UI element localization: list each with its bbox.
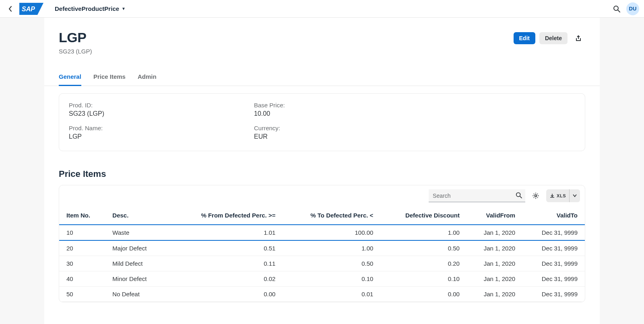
gear-icon — [532, 192, 539, 199]
table-cell: 0.51 — [167, 240, 280, 256]
table-cell: Jan 1, 2020 — [464, 240, 520, 256]
table-cell: 0.00 — [167, 287, 280, 302]
prod-name-value: LGP — [69, 133, 222, 140]
prod-id-value: SG23 (LGP) — [69, 110, 222, 117]
tab-bar: General Price Items Admin — [44, 69, 600, 86]
app-title-selector[interactable]: DefectiveProductPrice ▼ — [55, 5, 126, 12]
table-cell: Dec 31, 9999 — [520, 240, 585, 256]
export-more-button[interactable] — [570, 189, 580, 202]
table-cell: 1.00 — [280, 240, 378, 256]
table-cell: Jan 1, 2020 — [464, 225, 520, 240]
currency-value: EUR — [254, 133, 407, 140]
price-items-title: Price Items — [44, 151, 600, 185]
base-price-value: 10.00 — [254, 110, 407, 117]
table-cell: 0.10 — [280, 271, 378, 287]
table-cell: 50 — [59, 287, 107, 302]
share-icon — [575, 35, 582, 42]
search-icon — [516, 192, 522, 200]
table-row[interactable]: 20Major Defect0.511.000.50Jan 1, 2020Dec… — [59, 240, 585, 256]
export-split-button: XLS — [546, 189, 580, 202]
table-cell: 100.00 — [280, 225, 378, 240]
delete-button[interactable]: Delete — [539, 32, 568, 44]
svg-text:SAP: SAP — [22, 6, 35, 12]
col-valid-to[interactable]: ValidTo — [520, 206, 585, 225]
table-cell: 0.01 — [280, 287, 378, 302]
svg-line-6 — [520, 196, 522, 198]
edit-button[interactable]: Edit — [514, 32, 535, 44]
table-cell: Dec 31, 9999 — [520, 287, 585, 302]
table-cell: 0.50 — [280, 256, 378, 271]
table-cell: 40 — [59, 271, 107, 287]
col-from-perc[interactable]: % From Defected Perc. >= — [167, 206, 280, 225]
table-cell: 0.10 — [378, 271, 464, 287]
svg-line-3 — [618, 10, 620, 12]
table-cell: Dec 31, 9999 — [520, 271, 585, 287]
table-header-row: Item No. Desc. % From Defected Perc. >= … — [59, 206, 585, 225]
back-button[interactable] — [5, 3, 16, 14]
avatar[interactable]: DU — [626, 2, 639, 15]
table-cell: 1.00 — [378, 225, 464, 240]
shell-header: SAP DefectiveProductPrice ▼ DU — [0, 0, 644, 18]
general-facets: Prod. ID: SG23 (LGP) Prod. Name: LGP Bas… — [59, 93, 585, 151]
page-title: LGP — [59, 30, 514, 45]
table-cell: 1.01 — [167, 225, 280, 240]
table-cell: Jan 1, 2020 — [464, 287, 520, 302]
table-cell: 0.02 — [167, 271, 280, 287]
page: LGP SG23 (LGP) Edit Delete General Price… — [44, 18, 600, 324]
sap-logo: SAP — [19, 3, 43, 15]
table-cell: No Defeat — [107, 287, 167, 302]
price-items-table: Item No. Desc. % From Defected Perc. >= … — [59, 206, 585, 302]
page-subtitle: SG23 (LGP) — [59, 48, 514, 55]
prod-name-label: Prod. Name: — [69, 125, 222, 131]
table-row[interactable]: 40Minor Defect0.020.100.10Jan 1, 2020Dec… — [59, 271, 585, 287]
table-settings-button[interactable] — [529, 189, 542, 202]
search-icon — [613, 5, 620, 12]
tab-price-items[interactable]: Price Items — [93, 69, 126, 86]
table-search-input[interactable] — [429, 189, 525, 202]
table-cell: Waste — [107, 225, 167, 240]
avatar-initials: DU — [629, 6, 637, 12]
table-cell: Jan 1, 2020 — [464, 256, 520, 271]
table-row[interactable]: 10Waste1.01100.001.00Jan 1, 2020Dec 31, … — [59, 225, 585, 240]
table-cell: 10 — [59, 225, 107, 240]
table-row[interactable]: 30Mild Defect0.110.500.20Jan 1, 2020Dec … — [59, 256, 585, 271]
base-price-label: Base Price: — [254, 102, 407, 109]
table-toolbar: XLS — [59, 185, 585, 206]
export-icon — [549, 193, 555, 199]
col-valid-from[interactable]: ValidFrom — [464, 206, 520, 225]
share-button[interactable] — [572, 31, 585, 45]
export-xls-button[interactable]: XLS — [546, 189, 570, 202]
table-cell: Major Defect — [107, 240, 167, 256]
svg-point-7 — [535, 195, 537, 197]
table-cell: 0.00 — [378, 287, 464, 302]
table-cell: 20 — [59, 240, 107, 256]
table-cell: Jan 1, 2020 — [464, 271, 520, 287]
global-search-button[interactable] — [610, 2, 623, 15]
col-to-perc[interactable]: % To Defected Perc. < — [280, 206, 378, 225]
caret-down-icon: ▼ — [122, 6, 126, 11]
table-cell: 0.50 — [378, 240, 464, 256]
object-header: LGP SG23 (LGP) Edit Delete — [44, 18, 600, 55]
chevron-down-icon — [573, 194, 577, 197]
prod-id-label: Prod. ID: — [69, 102, 222, 109]
table-row[interactable]: 50No Defeat0.000.010.00Jan 1, 2020Dec 31… — [59, 287, 585, 302]
tab-admin[interactable]: Admin — [138, 69, 157, 86]
export-label: XLS — [557, 193, 566, 198]
currency-label: Currency: — [254, 125, 407, 131]
table-cell: Dec 31, 9999 — [520, 256, 585, 271]
table-search-field[interactable] — [429, 189, 525, 202]
table-cell: 0.20 — [378, 256, 464, 271]
table-cell: Mild Defect — [107, 256, 167, 271]
table-cell: Dec 31, 9999 — [520, 225, 585, 240]
col-discount[interactable]: Defective Discount — [378, 206, 464, 225]
chevron-left-icon — [8, 6, 12, 12]
table-cell: 0.11 — [167, 256, 280, 271]
app-title-label: DefectiveProductPrice — [55, 5, 119, 12]
price-items-table-card: XLS Item No. Desc. % From Defected Perc.… — [59, 185, 585, 302]
col-item-no[interactable]: Item No. — [59, 206, 107, 225]
col-desc[interactable]: Desc. — [107, 206, 167, 225]
table-cell: Minor Defect — [107, 271, 167, 287]
tab-general[interactable]: General — [59, 69, 81, 86]
table-cell: 30 — [59, 256, 107, 271]
sap-logo-icon: SAP — [19, 3, 43, 15]
